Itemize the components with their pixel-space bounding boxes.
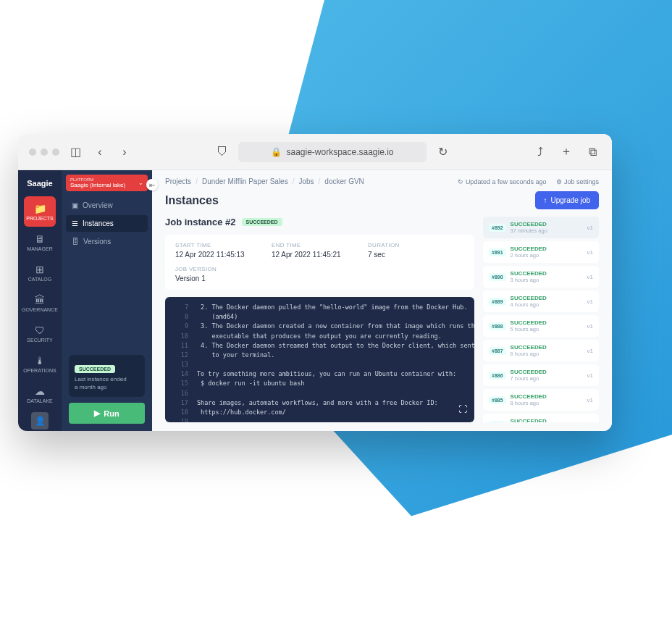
forward-icon[interactable]: › [116, 143, 133, 161]
status-badge: SUCCEEDED [75, 365, 115, 373]
instance-title-row: Job instance #2 SUCCEEDED [165, 217, 474, 227]
last-instance-card: SUCCEEDED Last instance ended a month ag… [69, 355, 145, 397]
instance-history-item[interactable]: #890SUCCEEDED3 hours agov1 [483, 266, 599, 288]
console-line: 17Share images, automate workflows, and … [172, 398, 467, 408]
console-line: 15 $ docker run -it ubuntu bash [172, 379, 467, 388]
traffic-lights [29, 148, 59, 156]
browser-bar: ◫ ‹ › ⛉ 🔒 saagie-workspace.saagie.io ↻ ⤴… [18, 134, 612, 170]
rail-item-catalog[interactable]: ⊞CATALOG [24, 257, 56, 288]
shield-icon[interactable]: ⛉ [214, 143, 231, 161]
status-line1: Last instance ended [75, 376, 139, 383]
instance-title: Job instance #2 [165, 217, 236, 227]
run-id-badge: #890 [489, 273, 506, 281]
overview-icon: ▣ [72, 201, 78, 209]
logo: Saagie [27, 176, 52, 193]
url-text: saagie-workspace.saagie.io [286, 147, 393, 157]
run-id-badge: #888 [489, 322, 506, 330]
console-line: 8 (amd64) [172, 312, 467, 322]
console-line: 14To try something more ambitious, you c… [172, 369, 467, 379]
main-content: Projects/Dunder Mifflin Paper Sales/Jobs… [152, 170, 612, 431]
tabs-icon[interactable]: ⧉ [584, 143, 601, 161]
instance-detail-card: START TIME12 Apr 2022 11:45:13END TIME12… [165, 235, 474, 290]
breadcrumb-item[interactable]: docker GVN [324, 177, 364, 185]
console-line: 11 4. The Docker daemon streamed that ou… [172, 341, 467, 351]
run-id-badge: #884 [489, 421, 506, 423]
breadcrumb-item[interactable]: Projects [165, 177, 191, 185]
expand-icon[interactable]: ⛶ [458, 403, 467, 416]
browser-window: ◫ ‹ › ⛉ 🔒 saagie-workspace.saagie.io ↻ ⤴… [18, 134, 612, 431]
catalog-icon: ⊞ [35, 264, 44, 275]
instance-history-item[interactable]: #887SUCCEEDED6 hours agov1 [483, 340, 599, 361]
instance-history-item[interactable]: #888SUCCEEDED5 hours agov1 [483, 315, 599, 337]
run-id-badge: #887 [489, 347, 506, 355]
sidebar-item-versions[interactable]: 🗄Versions [66, 233, 148, 250]
datalake-icon: ☁ [35, 385, 45, 397]
console-line: 7 2. The Docker daemon pulled the "hello… [172, 303, 467, 312]
instances-icon: ☰ [72, 219, 78, 227]
collapse-sidebar-icon[interactable]: ⇤ [146, 179, 158, 191]
console-line: 12 to your terminal. [172, 351, 467, 360]
console-line: 13 [172, 360, 467, 369]
run-label: Run [104, 409, 119, 418]
platform-label: PLATFORM [70, 177, 125, 182]
back-icon[interactable]: ‹ [91, 143, 109, 161]
refresh-icon[interactable]: ↻ [434, 143, 451, 161]
versions-icon: 🗄 [72, 238, 79, 246]
sidebar-item-overview[interactable]: ▣Overview [66, 197, 148, 214]
sidebar-item-instances[interactable]: ☰Instances [66, 215, 148, 232]
platform-selector[interactable]: PLATFORM Saagie (Internal lake) ⌄ [66, 175, 148, 191]
run-id-badge: #892 [489, 224, 506, 232]
console-line: 16 [172, 389, 467, 398]
upgrade-job-button[interactable]: ↑ Upgrade job [535, 191, 599, 209]
run-id-badge: #885 [489, 396, 506, 404]
play-icon: ▶ [94, 409, 100, 418]
sidebar-toggle-icon[interactable]: ◫ [67, 143, 84, 161]
page-title: Instances [165, 194, 219, 207]
rail-item-governance[interactable]: 🏛GOVERNANCE [24, 288, 56, 318]
user-avatar[interactable]: 👤 [31, 412, 49, 430]
operations-icon: 🌡 [35, 355, 45, 367]
run-button[interactable]: ▶ Run [69, 403, 145, 424]
sidebar: PLATFORM Saagie (Internal lake) ⌄ ⇤ ▣Ove… [62, 170, 152, 431]
rail-item-manager[interactable]: 🖥MANAGER [24, 227, 56, 257]
instance-history-item[interactable]: #891SUCCEEDED2 hours agov1 [483, 241, 599, 263]
breadcrumbs: Projects/Dunder Mifflin Paper Sales/Jobs… [165, 177, 364, 185]
console-line: 18 https://hub.docker.com/ [172, 408, 467, 417]
projects-icon: 📁 [34, 203, 46, 214]
status-line2: a month ago [75, 384, 139, 391]
chevron-down-icon: ⌄ [138, 180, 143, 186]
url-bar[interactable]: 🔒 saagie-workspace.saagie.io [238, 142, 427, 162]
refresh-small-icon: ↻ [458, 178, 463, 185]
detail-cell: START TIME12 Apr 2022 11:45:13 [175, 242, 272, 259]
detail-cell: JOB VERSIONVersion 1 [175, 266, 464, 282]
rail-item-security[interactable]: 🛡SECURITY [24, 318, 56, 348]
console-line: 9 3. The Docker daemon created a new con… [172, 322, 467, 331]
breadcrumb-item[interactable]: Jobs [298, 177, 314, 185]
gear-icon: ⚙ [556, 178, 562, 185]
new-tab-icon[interactable]: ＋ [558, 143, 575, 161]
job-settings-link[interactable]: ⚙ Job settings [556, 178, 599, 185]
run-id-badge: #889 [489, 298, 506, 306]
nav-rail: Saagie 📁PROJECTS🖥MANAGER⊞CATALOG🏛GOVERNA… [18, 170, 62, 431]
upload-icon: ↑ [544, 196, 547, 204]
rail-item-operations[interactable]: 🌡OPERATIONS [24, 348, 56, 379]
detail-cell: DURATION7 sec [368, 242, 464, 259]
governance-icon: 🏛 [35, 294, 45, 306]
lock-icon: 🔒 [271, 147, 282, 157]
instance-history-item[interactable]: #892SUCCEEDED37 minutes agov1 [483, 217, 599, 238]
breadcrumb-item[interactable]: Dunder Mifflin Paper Sales [202, 177, 288, 185]
share-icon[interactable]: ⤴ [532, 143, 549, 161]
rail-item-projects[interactable]: 📁PROJECTS [24, 196, 56, 227]
console-output[interactable]: 7 2. The Docker daemon pulled the "hello… [165, 297, 474, 422]
run-id-badge: #891 [489, 248, 506, 256]
app-body: Saagie 📁PROJECTS🖥MANAGER⊞CATALOG🏛GOVERNA… [18, 170, 612, 431]
rail-item-datalake[interactable]: ☁DATALAKE [24, 379, 56, 409]
manager-icon: 🖥 [35, 233, 45, 245]
instance-history-item[interactable]: #886SUCCEEDED7 hours agov1 [483, 364, 599, 386]
updated-text: ↻ Updated a few seconds ago [458, 178, 546, 185]
instance-history-item[interactable]: #884SUCCEEDED9 hours agov1 [483, 414, 599, 422]
instance-history-item[interactable]: #885SUCCEEDED8 hours agov1 [483, 389, 599, 411]
security-icon: 🛡 [35, 325, 45, 336]
instance-history-item[interactable]: #889SUCCEEDED4 hours agov1 [483, 290, 599, 312]
detail-cell: END TIME12 Apr 2022 11:45:21 [272, 242, 368, 259]
